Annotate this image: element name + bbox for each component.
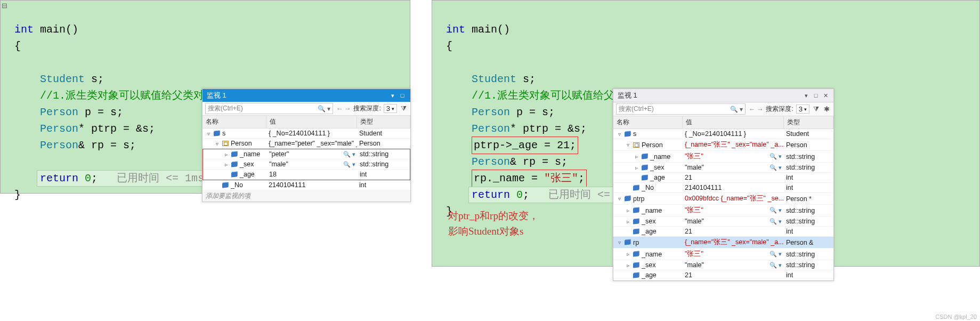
magnifier-icon[interactable]: 🔍 ▾ xyxy=(770,164,782,171)
expand-icon[interactable]: ▹ xyxy=(625,207,630,213)
col-value[interactable]: 值 xyxy=(266,116,357,128)
watch-row[interactable]: _age18int xyxy=(203,170,410,180)
expand-icon[interactable]: ▹ xyxy=(625,219,630,224)
expand-icon[interactable]: ▿ xyxy=(206,131,211,137)
expand-icon[interactable]: ▹ xyxy=(634,154,639,159)
watch-row[interactable]: _age21int xyxy=(613,270,833,280)
search-icon[interactable]: 🔍 ▾ xyxy=(730,106,743,113)
expand-icon[interactable]: ▿ xyxy=(617,131,622,137)
var-value: "male" xyxy=(685,164,704,171)
col-name[interactable]: 名称 xyxy=(613,116,683,129)
watch-row[interactable]: _age21int xyxy=(613,173,833,183)
watch-toolbar: 搜索(Ctrl+E) 🔍 ▾ ← → 搜索深度: 3▾ ⧩ xyxy=(203,102,410,116)
col-type[interactable]: 类型 xyxy=(357,116,410,128)
left-code-panel: ⊟ int main() { Student s; //1.派生类对象可以赋值给… xyxy=(0,0,410,194)
watch-rows: ▿s{ _No=2140104111 }Student▿Person{_name… xyxy=(203,129,410,190)
nav-back-icon[interactable]: ← xyxy=(748,105,755,113)
add-watch-prompt[interactable]: 添加要监视的项 xyxy=(203,190,410,202)
col-type[interactable]: 类型 xyxy=(784,116,833,129)
expand-icon[interactable]: ▹ xyxy=(625,262,630,268)
close-icon[interactable]: ✕ xyxy=(822,92,829,99)
var-value: 18 xyxy=(269,171,277,178)
var-type: std::string xyxy=(784,163,833,172)
watch-title-text: 监视 1 xyxy=(207,91,226,100)
watch-row[interactable]: ▹_name"张三"🔍 ▾std::string xyxy=(613,248,833,260)
depth-select[interactable]: 3▾ xyxy=(796,105,809,114)
depth-select[interactable]: 3▾ xyxy=(384,104,397,113)
watch-window-right[interactable]: 监视 1 ▾ □ ✕ 搜索(Ctrl+E) 🔍 ▾ ← → 搜索深度: 3▾ ⧩… xyxy=(613,89,834,281)
expand-icon[interactable]: ▹ xyxy=(223,162,229,167)
var-value: "张三" xyxy=(685,206,703,215)
watch-row[interactable]: ▹_sex"male"🔍 ▾std::string xyxy=(613,260,833,270)
watch-row[interactable]: ▿rp{_name="张三" _sex="male" _a...🔍 ▾Perso… xyxy=(613,237,833,248)
watch-row[interactable]: ▿ptrp0x009bfdcc {_name="张三" _se...🔍 ▾Per… xyxy=(613,193,833,205)
watch-row[interactable]: ▿s{ _No=2140104111 }Student xyxy=(613,129,833,139)
var-name: _age xyxy=(642,271,657,279)
watch-row[interactable]: ▹_name"peter"🔍 ▾std::string xyxy=(203,149,410,159)
search-placeholder: 搜索(Ctrl+E) xyxy=(208,104,243,113)
watch-row[interactable]: ▹_name"张三"🔍 ▾std::string xyxy=(613,151,833,163)
search-input[interactable]: 搜索(Ctrl+E) 🔍 ▾ xyxy=(616,103,746,115)
dropdown-icon[interactable]: ▾ xyxy=(389,92,396,99)
var-value: 21 xyxy=(685,228,692,235)
nav-fwd-icon[interactable]: → xyxy=(344,105,351,113)
var-value: 21 xyxy=(685,174,692,181)
filter-icon[interactable]: ⧩ xyxy=(400,105,408,113)
filter-icon[interactable]: ⧩ xyxy=(812,105,820,114)
var-name: _age xyxy=(642,228,657,235)
watch-toolbar: 搜索(Ctrl+E) 🔍 ▾ ← → 搜索深度: 3▾ ⧩ ✱ xyxy=(613,102,833,116)
watch-row[interactable]: ▹_sex"male"🔍 ▾std::string xyxy=(203,159,410,170)
nav-fwd-icon[interactable]: → xyxy=(756,105,763,113)
annotation-text: 对ptr_p和rp的改变， 影响Student对象s xyxy=(448,208,539,239)
expand-icon[interactable]: ▹ xyxy=(634,165,639,171)
magnifier-icon[interactable]: 🔍 ▾ xyxy=(770,262,782,269)
maximize-icon[interactable]: □ xyxy=(399,92,406,99)
var-value: "male" xyxy=(269,160,288,168)
magnifier-icon[interactable]: 🔍 ▾ xyxy=(343,151,355,158)
expand-icon[interactable]: ▿ xyxy=(617,239,622,245)
var-name: _No xyxy=(642,184,654,191)
var-name: _sex xyxy=(642,218,655,225)
watch-row[interactable]: ▹_name"张三"🔍 ▾std::string xyxy=(613,205,833,216)
expand-icon[interactable]: ▹ xyxy=(223,151,229,157)
search-input[interactable]: 搜索(Ctrl+E) 🔍 ▾ xyxy=(205,103,333,114)
watch-title-bar[interactable]: 监视 1 ▾ □ xyxy=(203,89,410,102)
var-name: s xyxy=(222,130,225,137)
magnifier-icon[interactable]: 🔍 ▾ xyxy=(343,161,355,168)
watch-row[interactable]: ▹_sex"male"🔍 ▾std::string xyxy=(613,216,833,227)
watch-row[interactable]: _age21int xyxy=(613,227,833,237)
keyword-int: int xyxy=(14,23,34,36)
nav-back-icon[interactable]: ← xyxy=(336,105,343,113)
watch-title-bar[interactable]: 监视 1 ▾ □ ✕ xyxy=(613,89,833,102)
var-type: int xyxy=(784,183,833,192)
watch-row[interactable]: ▿Person{_name="peter" _sex="male" _a...🔍… xyxy=(203,139,410,149)
magnifier-icon[interactable]: 🔍 ▾ xyxy=(770,207,782,214)
watch-row[interactable]: ▿s{ _No=2140104111 }Student xyxy=(203,129,410,139)
col-value[interactable]: 值 xyxy=(683,116,784,129)
var-name: _name xyxy=(240,150,260,158)
col-name[interactable]: 名称 xyxy=(203,116,266,128)
expand-icon[interactable]: ▿ xyxy=(617,196,622,202)
var-value: { _No=2140104111 } xyxy=(269,130,330,137)
elapsed-time: 已用时间 <= 1ms xyxy=(98,172,204,184)
collapse-icon[interactable]: ⊟ xyxy=(1,2,8,10)
search-icon[interactable]: 🔍 ▾ xyxy=(318,105,330,113)
var-type: std::string xyxy=(784,206,833,215)
watch-window-left[interactable]: 监视 1 ▾ □ 搜索(Ctrl+E) 🔍 ▾ ← → 搜索深度: 3▾ ⧩ 名… xyxy=(202,89,411,202)
watch-row[interactable]: _No2140104111int xyxy=(613,183,833,193)
tool-icon[interactable]: ✱ xyxy=(823,105,831,113)
var-type: std::string xyxy=(784,152,833,162)
var-name: _age xyxy=(650,174,665,181)
watch-headers: 名称 值 类型 xyxy=(203,116,410,129)
maximize-icon[interactable]: □ xyxy=(812,92,820,99)
watch-row[interactable]: ▿Person{_name="张三" _sex="male" _a...🔍 ▾P… xyxy=(613,139,833,151)
dropdown-icon[interactable]: ▾ xyxy=(803,92,810,99)
expand-icon[interactable]: ▹ xyxy=(625,251,630,257)
expand-icon[interactable]: ▿ xyxy=(214,141,220,147)
watch-row[interactable]: _No2140104111int xyxy=(203,180,410,190)
magnifier-icon[interactable]: 🔍 ▾ xyxy=(770,251,782,258)
expand-icon[interactable]: ▿ xyxy=(625,142,630,148)
watch-row[interactable]: ▹_sex"male"🔍 ▾std::string xyxy=(613,163,833,173)
magnifier-icon[interactable]: 🔍 ▾ xyxy=(770,218,782,225)
magnifier-icon[interactable]: 🔍 ▾ xyxy=(770,153,782,160)
